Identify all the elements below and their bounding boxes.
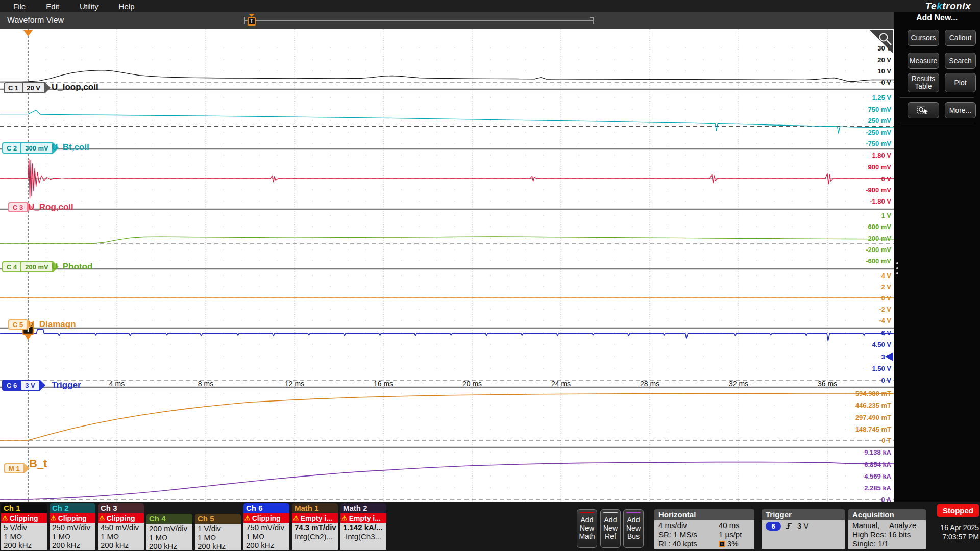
- svg-text:0 A: 0 A: [881, 496, 891, 502]
- rising-edge-icon: [785, 522, 793, 530]
- svg-text:-900 mV: -900 mV: [866, 186, 891, 194]
- svg-text:-1.80 V: -1.80 V: [870, 197, 891, 205]
- results-table-button[interactable]: Results Table: [908, 73, 939, 92]
- svg-text:1 V: 1 V: [881, 212, 891, 219]
- math2-settings-badge[interactable]: Math 2 ⚠Empty i... 1.142 kA/... -Intg(Ch…: [340, 503, 386, 550]
- trigger-position-icon[interactable]: T: [248, 17, 256, 26]
- svg-text:32 ms: 32 ms: [729, 380, 748, 388]
- ch6-clipping-banner: ⚠Clipping: [243, 513, 289, 523]
- svg-text:20 V: 20 V: [877, 56, 891, 64]
- svg-text:4.50 V: 4.50 V: [872, 341, 891, 348]
- math1-settings-badge[interactable]: Math 1 ⚠Empty i... 74.3 mT/div Intg(Ch2)…: [292, 503, 338, 550]
- acquisition-panel[interactable]: Acquisition Manual,Analyze High Res: 16 …: [848, 509, 926, 549]
- plot-button[interactable]: Plot: [945, 73, 976, 92]
- waveform-view-titlebar: Waveform View T: [0, 12, 894, 29]
- svg-text:36 ms: 36 ms: [818, 380, 837, 388]
- svg-text:250 mV: 250 mV: [868, 117, 891, 124]
- bottombar: Ch 1 ⚠Clipping 5 V/div 1 MΩ 200 kHz Bw C…: [0, 502, 980, 551]
- svg-text:600 mV: 600 mV: [868, 223, 891, 231]
- oscilloscope-screen: File Edit Utility Help Tektronix Wavefor…: [0, 0, 980, 551]
- svg-text:1.25 V: 1.25 V: [872, 94, 891, 102]
- svg-text:-250 mV: -250 mV: [866, 129, 891, 136]
- trace-label-c3[interactable]: U_Rog,coil: [28, 202, 74, 213]
- warning-icon: ⚠: [99, 514, 105, 522]
- warning-icon: ⚠: [341, 514, 348, 522]
- acquisition-window-indicator[interactable]: T: [244, 15, 594, 26]
- menubar: File Edit Utility Help Tektronix: [0, 0, 980, 12]
- channel-badge-c2[interactable]: C 2 300 mV: [2, 142, 59, 154]
- ch6-settings-badge[interactable]: Ch 6 ⚠Clipping 750 mV/div 1 MΩ 200 kHz B…: [243, 503, 289, 550]
- more-button[interactable]: More...: [945, 102, 976, 118]
- menu-edit[interactable]: Edit: [39, 2, 66, 11]
- menu-utility[interactable]: Utility: [72, 2, 106, 11]
- svg-text:4.569 kA: 4.569 kA: [864, 472, 891, 480]
- svg-text:1.50 V: 1.50 V: [872, 365, 891, 372]
- add-new-math-button[interactable]: Add New Math: [577, 509, 597, 548]
- panel-drag-handle[interactable]: [895, 254, 899, 283]
- svg-text:10 V: 10 V: [877, 67, 891, 75]
- ch4-settings-badge[interactable]: Ch 4 200 mV/div 1 MΩ 200 kHz Bw: [146, 514, 192, 550]
- svg-text:-2 V: -2 V: [879, 306, 891, 313]
- svg-text:1.80 V: 1.80 V: [872, 152, 891, 159]
- ch3-settings-badge[interactable]: Ch 3 ⚠Clipping 450 mV/div 1 MΩ 200 kHz B…: [98, 503, 144, 550]
- channel-badge-c4[interactable]: C 4 200 mV: [2, 261, 59, 272]
- svg-text:-600 mV: -600 mV: [866, 257, 891, 265]
- menu-help[interactable]: Help: [112, 2, 142, 11]
- run-stop-status[interactable]: Stopped: [937, 504, 979, 517]
- warning-icon: ⚠: [293, 514, 299, 522]
- add-new-bus-button[interactable]: Add New Bus: [623, 509, 644, 548]
- ch2-settings-badge[interactable]: Ch 2 ⚠Clipping 250 mV/div 1 MΩ 200 kHz B…: [50, 503, 95, 550]
- svg-text:900 mV: 900 mV: [868, 163, 891, 171]
- math-badge-m1[interactable]: M 1: [4, 463, 30, 473]
- cursors-button[interactable]: Cursors: [908, 30, 939, 46]
- math2-empty-banner: ⚠Empty i...: [340, 513, 386, 523]
- svg-text:0 V: 0 V: [881, 377, 891, 384]
- svg-text:4 ms: 4 ms: [109, 380, 125, 388]
- trace-label-c6[interactable]: Trigger: [52, 380, 81, 391]
- horizontal-panel[interactable]: Horizontal 4 ms/div40 ms SR: 1 MS/s1 µs/…: [654, 509, 754, 549]
- ch1-clipping-banner: ⚠Clipping: [1, 513, 47, 523]
- channel-badge-c6[interactable]: C 6 3 V: [2, 380, 45, 391]
- svg-text:28 ms: 28 ms: [640, 380, 659, 388]
- callout-button[interactable]: Callout: [945, 30, 976, 46]
- svg-text:6 V: 6 V: [881, 329, 891, 337]
- channel-badge-c1[interactable]: C 1 20 V: [4, 82, 51, 93]
- warning-icon: ⚠: [51, 514, 57, 522]
- svg-text:12 ms: 12 ms: [285, 380, 304, 388]
- svg-text:200 mV: 200 mV: [868, 235, 891, 242]
- waveform-canvas[interactable]: 30 V20 V10 V0 V1.25 V750 mV250 mV-250 mV…: [0, 29, 894, 502]
- waveform-plot[interactable]: 30 V20 V10 V0 V1.25 V750 mV250 mV-250 mV…: [0, 29, 894, 502]
- ch1-settings-badge[interactable]: Ch 1 ⚠Clipping 5 V/div 1 MΩ 200 kHz Bw: [1, 503, 47, 550]
- search-button[interactable]: Search: [945, 53, 976, 69]
- math1-empty-banner: ⚠Empty i...: [292, 513, 338, 523]
- datetime: 16 Apr 2025 7:03:57 PM: [924, 523, 979, 541]
- svg-text:-4 V: -4 V: [879, 317, 891, 324]
- trigger-position-arrow-icon: [249, 14, 255, 17]
- trigger-mini-icon: T: [719, 541, 725, 547]
- svg-text:20 ms: 20 ms: [462, 380, 482, 388]
- svg-text:-750 mV: -750 mV: [866, 140, 891, 147]
- trigger-panel[interactable]: Trigger 6 3 V: [762, 509, 845, 549]
- trigger-source-pill: 6: [766, 522, 781, 531]
- ch5-settings-badge[interactable]: Ch 5 1 V/div 1 MΩ 200 kHz Bw: [195, 514, 241, 550]
- svg-text:4 V: 4 V: [881, 272, 891, 280]
- svg-text:297.490 mT: 297.490 mT: [855, 414, 891, 421]
- window-title: Waveform View: [7, 16, 64, 25]
- measure-button[interactable]: Measure: [908, 53, 939, 69]
- svg-text:-200 mV: -200 mV: [866, 246, 891, 254]
- svg-text:0 T: 0 T: [881, 437, 891, 444]
- trace-label-c2[interactable]: U_Bt,coil: [52, 142, 89, 153]
- svg-text:2.285 kA: 2.285 kA: [864, 484, 891, 492]
- tektronix-logo: Tektronix: [925, 1, 971, 12]
- trace-label-c5[interactable]: U_Diamagn: [28, 319, 76, 330]
- svg-text:9.138 kA: 9.138 kA: [864, 448, 891, 456]
- warning-icon: ⚠: [2, 514, 8, 522]
- ch2-clipping-banner: ⚠Clipping: [50, 513, 95, 523]
- menu-file[interactable]: File: [6, 2, 33, 11]
- trace-label-m1[interactable]: B_t: [29, 458, 47, 470]
- svg-text:2 V: 2 V: [881, 283, 891, 291]
- add-new-ref-button[interactable]: Add New Ref: [600, 509, 621, 548]
- zoom-select-button[interactable]: [908, 102, 939, 118]
- trace-label-c4[interactable]: U_Photod: [52, 261, 92, 272]
- trace-label-c1[interactable]: U_loop,coil: [52, 82, 99, 93]
